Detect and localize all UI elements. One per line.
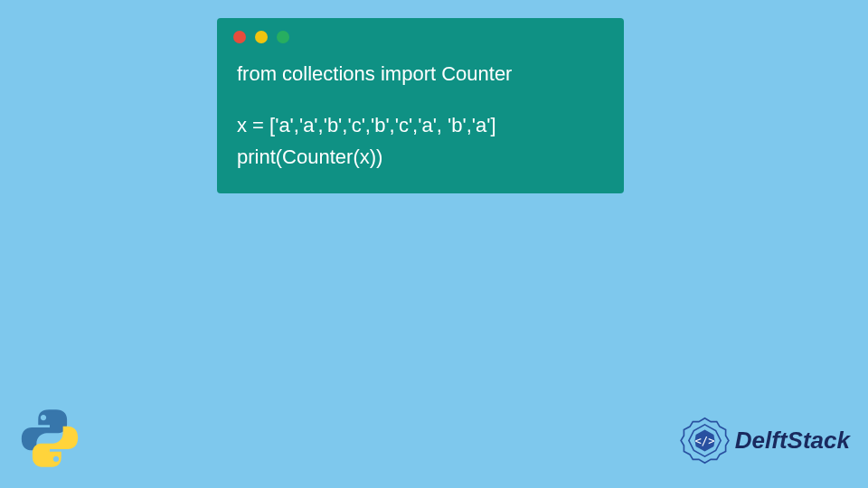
delftstack-logo-icon: </> (680, 416, 730, 465)
maximize-icon (277, 31, 289, 43)
minimize-icon (255, 31, 268, 43)
blank-line (237, 89, 604, 109)
window-controls (217, 18, 624, 51)
python-logo-icon (18, 407, 81, 470)
delftstack-text: DelftStack (735, 427, 850, 455)
code-content: from collections import Counter x = ['a'… (217, 51, 624, 193)
code-window: from collections import Counter x = ['a'… (217, 18, 624, 193)
code-line-3: print(Counter(x)) (237, 141, 604, 173)
delftstack-brand: </> DelftStack (680, 416, 850, 465)
code-line-2: x = ['a','a','b','c','b','c','a', 'b','a… (237, 109, 604, 141)
close-icon (233, 31, 246, 43)
svg-text:</>: </> (694, 435, 714, 447)
code-line-1: from collections import Counter (237, 58, 604, 89)
